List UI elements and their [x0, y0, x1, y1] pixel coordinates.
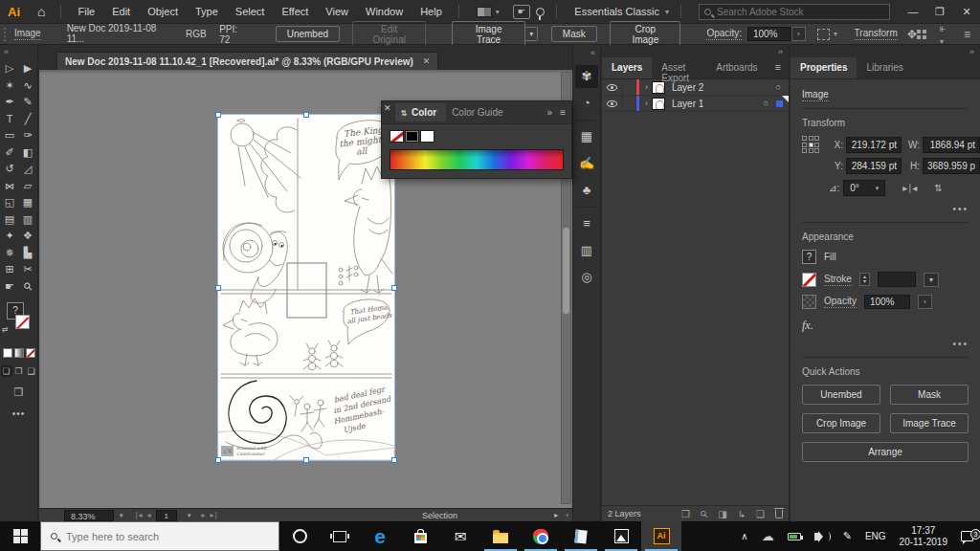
document-tab[interactable]: New Doc 2019-11-08 11.10.42_1 [Recovered… — [56, 52, 438, 70]
unembed-button[interactable]: Unembed — [802, 385, 880, 405]
fill-swatch[interactable]: ? — [802, 250, 816, 264]
stroke-link[interactable]: Stroke — [824, 274, 852, 286]
store-button[interactable] — [400, 521, 440, 551]
layer-name[interactable]: Layer 1 — [665, 99, 703, 109]
menu-view[interactable]: View — [317, 6, 357, 17]
arrange-button[interactable]: Arrange — [802, 442, 969, 462]
collapse-tools-icon[interactable]: « — [0, 45, 37, 60]
h-field[interactable]: 3689.959 p — [923, 158, 980, 174]
free-transform-tool[interactable]: ▱ — [19, 178, 37, 195]
layer-row[interactable]: › Layer 2 ○ — [602, 79, 789, 96]
zoom-level-field[interactable]: 8.33% — [64, 510, 114, 521]
mail-button[interactable]: ✉ — [440, 521, 480, 551]
edge-button[interactable]: e — [360, 521, 400, 551]
drag-grip-icon[interactable] — [4, 28, 9, 41]
tab-color-guide[interactable]: Color Guide — [446, 103, 512, 121]
zoom-chevron-icon[interactable]: ▾ — [114, 512, 129, 519]
more-options-icon[interactable]: ••• — [802, 198, 969, 223]
lock-cell[interactable] — [623, 96, 636, 111]
lasso-tool[interactable]: ∿ — [19, 77, 37, 95]
edit-toolbar-icon[interactable]: ••• — [0, 408, 37, 419]
illustrator-taskbar-button[interactable]: Ai — [641, 521, 681, 551]
stroke-chevron-icon[interactable]: ▾ — [924, 273, 939, 287]
target-circle-icon[interactable]: ○ — [776, 82, 789, 92]
share-screen-icon[interactable]: ☛ — [513, 5, 530, 19]
clock[interactable]: 17:37 20-11-2019 — [893, 525, 954, 548]
chevron-down-icon[interactable]: ▾ — [661, 8, 673, 16]
more-options-icon[interactable]: ••• — [802, 333, 969, 358]
tab-layers[interactable]: Layers — [602, 57, 652, 78]
rotation-field[interactable]: 0°▾ — [843, 180, 885, 196]
type-tool[interactable]: T — [1, 111, 19, 128]
layer-thumbnail[interactable] — [652, 98, 665, 110]
reference-point-selector[interactable] — [802, 136, 825, 153]
color-button[interactable] — [3, 348, 12, 358]
brushes-panel-icon[interactable]: ✍ — [575, 152, 598, 175]
lock-cell[interactable] — [623, 79, 636, 95]
onedrive-icon[interactable]: ☁ — [755, 529, 781, 543]
color-guide-panel-icon[interactable]: ◔ — [575, 92, 598, 115]
pen-settings-button[interactable]: ✎ — [836, 530, 858, 542]
image-trace-button[interactable]: Image Trace — [890, 413, 969, 433]
opacity-link[interactable]: Opacity: — [706, 28, 742, 40]
artboard-chevron-icon[interactable]: ▾ — [182, 512, 197, 519]
mask-button[interactable]: Mask — [551, 26, 597, 42]
color-spectrum-bar[interactable] — [390, 149, 564, 170]
photos-button[interactable] — [601, 521, 641, 551]
tab-libraries[interactable]: Libraries — [857, 57, 912, 78]
home-icon[interactable]: ⌂ — [30, 4, 53, 19]
x-field[interactable]: 219.172 pt — [846, 137, 902, 153]
gradient-button[interactable] — [14, 348, 24, 358]
swatches-panel-icon[interactable]: ▦ — [575, 125, 598, 148]
width-tool[interactable]: ⋈ — [1, 178, 19, 195]
previous-artboard-icon[interactable]: ◂ — [147, 511, 151, 519]
none-color-swatch[interactable] — [390, 130, 404, 143]
first-artboard-icon[interactable]: ∣◂ — [135, 511, 143, 519]
linked-file-link[interactable]: New Doc 2019-11-08 11... — [67, 23, 173, 46]
panel-menu-icon[interactable]: ≡ — [560, 107, 566, 118]
close-panel-icon[interactable]: ✕ — [382, 103, 395, 122]
scale-tool[interactable]: ◿ — [19, 161, 37, 178]
pen-tool[interactable]: ✒ — [1, 94, 19, 111]
layer-thumbnail[interactable] — [652, 81, 665, 94]
opacity-field[interactable]: 100% — [747, 27, 791, 41]
transform-link[interactable]: Transform — [855, 28, 898, 40]
transparency-panel-icon[interactable]: ◎ — [575, 266, 598, 289]
perspective-grid-tool[interactable]: ▦ — [19, 194, 37, 211]
paintbrush-tool[interactable]: ✑ — [19, 127, 37, 144]
expand-layer-icon[interactable]: › — [639, 82, 652, 92]
stroke-swatch[interactable] — [15, 315, 30, 329]
target-circle-icon[interactable]: ○ — [764, 99, 776, 108]
taskbar-search-input[interactable] — [66, 531, 248, 542]
opacity-link[interactable]: Opacity — [824, 296, 857, 308]
opacity-checker-icon[interactable] — [802, 295, 816, 309]
none-button[interactable] — [26, 348, 35, 358]
object-type-link[interactable]: Image — [802, 89, 829, 101]
blend-tool[interactable]: ❖ — [19, 228, 37, 245]
draw-behind-icon[interactable]: ❐ — [13, 365, 25, 377]
rotate-tool[interactable]: ↺ — [1, 161, 19, 178]
menu-edit[interactable]: Edit — [103, 6, 139, 17]
black-swatch[interactable] — [405, 130, 419, 143]
menu-help[interactable]: Help — [412, 6, 451, 17]
selection-handle-e[interactable] — [391, 285, 397, 291]
show-hidden-icons-button[interactable]: ∧ — [734, 531, 754, 541]
stroke-weight-stepper[interactable]: ▴▾ — [859, 273, 870, 286]
tab-asset-export[interactable]: Asset Export — [652, 57, 706, 78]
expand-dock-icon[interactable]: « — [573, 45, 600, 61]
gradient-panel-icon[interactable]: ▥ — [575, 239, 598, 262]
artboard-number-field[interactable]: 1 — [156, 510, 177, 521]
opacity-expand-icon[interactable]: › — [791, 27, 806, 41]
layer-name[interactable]: Layer 2 — [665, 82, 703, 93]
cortana-button[interactable] — [279, 521, 320, 551]
image-trace-button[interactable]: Image Trace — [452, 21, 526, 48]
workspace-switcher[interactable]: Essentials Classic — [565, 6, 661, 17]
eyedropper-tool[interactable]: ✦ — [1, 228, 19, 245]
tab-color[interactable]: ⇅ Color — [395, 103, 447, 121]
locate-object-icon[interactable]: ⚲ — [698, 508, 710, 520]
notepad-button[interactable] — [561, 521, 601, 551]
collapse-icon[interactable]: ‹ — [566, 511, 568, 519]
scrollbar-thumb[interactable] — [563, 228, 569, 314]
collapse-panel-icon[interactable]: » — [791, 45, 980, 57]
line-segment-tool[interactable]: ╱ — [19, 111, 37, 128]
